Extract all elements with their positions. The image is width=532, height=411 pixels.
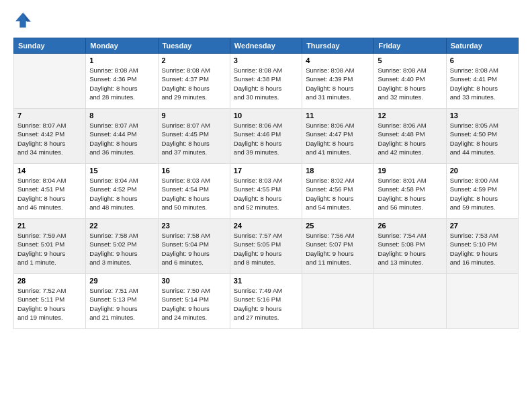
week-row-5: 28Sunrise: 7:52 AMSunset: 5:11 PMDayligh… bbox=[14, 274, 519, 329]
day-info: Sunrise: 7:53 AMSunset: 5:10 PMDaylight:… bbox=[450, 231, 515, 267]
day-number: 20 bbox=[450, 167, 515, 175]
day-number: 23 bbox=[162, 222, 226, 230]
calendar-cell: 24Sunrise: 7:57 AMSunset: 5:05 PMDayligh… bbox=[230, 219, 302, 274]
day-number: 14 bbox=[17, 167, 82, 175]
day-info: Sunrise: 8:08 AMSunset: 4:36 PMDaylight:… bbox=[89, 66, 154, 101]
day-info: Sunrise: 7:52 AMSunset: 5:11 PMDaylight:… bbox=[17, 286, 82, 322]
day-info: Sunrise: 7:49 AMSunset: 5:16 PMDaylight:… bbox=[234, 286, 298, 322]
day-info: Sunrise: 8:08 AMSunset: 4:38 PMDaylight:… bbox=[234, 66, 298, 101]
day-info: Sunrise: 8:06 AMSunset: 4:46 PMDaylight:… bbox=[234, 121, 298, 156]
calendar-cell: 15Sunrise: 8:04 AMSunset: 4:52 PMDayligh… bbox=[86, 164, 158, 219]
day-info: Sunrise: 7:58 AMSunset: 5:04 PMDaylight:… bbox=[162, 231, 226, 267]
calendar-table: SundayMondayTuesdayWednesdayThursdayFrid… bbox=[13, 38, 519, 329]
col-header-thursday: Thursday bbox=[302, 38, 374, 54]
week-row-2: 7Sunrise: 8:07 AMSunset: 4:42 PMDaylight… bbox=[14, 109, 519, 164]
day-info: Sunrise: 8:07 AMSunset: 4:45 PMDaylight:… bbox=[162, 121, 226, 156]
day-number: 4 bbox=[306, 56, 370, 64]
day-info: Sunrise: 8:04 AMSunset: 4:52 PMDaylight:… bbox=[89, 176, 154, 212]
day-number: 21 bbox=[17, 222, 82, 230]
calendar-cell: 5Sunrise: 8:08 AMSunset: 4:40 PMDaylight… bbox=[374, 54, 446, 109]
day-number: 1 bbox=[89, 56, 154, 64]
day-number: 28 bbox=[17, 277, 82, 285]
day-info: Sunrise: 8:08 AMSunset: 4:41 PMDaylight:… bbox=[450, 66, 515, 101]
day-number: 15 bbox=[89, 167, 154, 175]
day-number: 13 bbox=[450, 111, 515, 120]
day-number: 5 bbox=[378, 56, 442, 64]
day-info: Sunrise: 8:02 AMSunset: 4:56 PMDaylight:… bbox=[306, 176, 370, 212]
page: SundayMondayTuesdayWednesdayThursdayFrid… bbox=[0, 0, 532, 337]
logo-icon bbox=[13, 11, 32, 30]
calendar-cell: 16Sunrise: 8:03 AMSunset: 4:54 PMDayligh… bbox=[158, 164, 230, 219]
col-header-sunday: Sunday bbox=[14, 38, 86, 54]
day-info: Sunrise: 8:01 AMSunset: 4:58 PMDaylight:… bbox=[378, 176, 442, 212]
header-row: SundayMondayTuesdayWednesdayThursdayFrid… bbox=[14, 38, 519, 54]
day-info: Sunrise: 8:04 AMSunset: 4:51 PMDaylight:… bbox=[17, 176, 82, 212]
day-number: 26 bbox=[378, 222, 442, 230]
day-number: 24 bbox=[234, 222, 298, 230]
day-number: 29 bbox=[89, 277, 154, 285]
day-info: Sunrise: 7:51 AMSunset: 5:13 PMDaylight:… bbox=[89, 286, 154, 322]
day-number: 25 bbox=[306, 222, 370, 230]
calendar-cell: 18Sunrise: 8:02 AMSunset: 4:56 PMDayligh… bbox=[302, 164, 374, 219]
calendar-cell: 17Sunrise: 8:03 AMSunset: 4:55 PMDayligh… bbox=[230, 164, 302, 219]
calendar-cell: 7Sunrise: 8:07 AMSunset: 4:42 PMDaylight… bbox=[14, 109, 86, 164]
calendar-cell: 27Sunrise: 7:53 AMSunset: 5:10 PMDayligh… bbox=[446, 219, 518, 274]
day-info: Sunrise: 8:08 AMSunset: 4:39 PMDaylight:… bbox=[306, 66, 370, 101]
day-info: Sunrise: 7:58 AMSunset: 5:02 PMDaylight:… bbox=[89, 231, 154, 267]
week-row-3: 14Sunrise: 8:04 AMSunset: 4:51 PMDayligh… bbox=[14, 164, 519, 219]
col-header-saturday: Saturday bbox=[446, 38, 518, 54]
day-number: 27 bbox=[450, 222, 515, 230]
day-number: 3 bbox=[234, 56, 298, 64]
calendar-cell: 14Sunrise: 8:04 AMSunset: 4:51 PMDayligh… bbox=[14, 164, 86, 219]
col-header-friday: Friday bbox=[374, 38, 446, 54]
header bbox=[13, 11, 519, 30]
week-row-1: 1Sunrise: 8:08 AMSunset: 4:36 PMDaylight… bbox=[14, 54, 519, 109]
day-number: 18 bbox=[306, 167, 370, 175]
col-header-tuesday: Tuesday bbox=[158, 38, 230, 54]
day-number: 2 bbox=[162, 56, 226, 64]
calendar-cell: 20Sunrise: 8:00 AMSunset: 4:59 PMDayligh… bbox=[446, 164, 518, 219]
calendar-cell: 3Sunrise: 8:08 AMSunset: 4:38 PMDaylight… bbox=[230, 54, 302, 109]
day-info: Sunrise: 8:06 AMSunset: 4:48 PMDaylight:… bbox=[378, 121, 442, 156]
calendar-cell bbox=[302, 274, 374, 329]
calendar-cell: 2Sunrise: 8:08 AMSunset: 4:37 PMDaylight… bbox=[158, 54, 230, 109]
calendar-cell: 23Sunrise: 7:58 AMSunset: 5:04 PMDayligh… bbox=[158, 219, 230, 274]
calendar-cell: 11Sunrise: 8:06 AMSunset: 4:47 PMDayligh… bbox=[302, 109, 374, 164]
day-info: Sunrise: 8:00 AMSunset: 4:59 PMDaylight:… bbox=[450, 176, 515, 212]
day-info: Sunrise: 8:08 AMSunset: 4:37 PMDaylight:… bbox=[162, 66, 226, 101]
day-number: 31 bbox=[234, 277, 298, 285]
calendar-cell: 8Sunrise: 8:07 AMSunset: 4:44 PMDaylight… bbox=[86, 109, 158, 164]
calendar-cell: 12Sunrise: 8:06 AMSunset: 4:48 PMDayligh… bbox=[374, 109, 446, 164]
week-row-4: 21Sunrise: 7:59 AMSunset: 5:01 PMDayligh… bbox=[14, 219, 519, 274]
day-info: Sunrise: 8:05 AMSunset: 4:50 PMDaylight:… bbox=[450, 121, 515, 156]
day-info: Sunrise: 8:07 AMSunset: 4:42 PMDaylight:… bbox=[17, 121, 82, 156]
calendar-cell: 9Sunrise: 8:07 AMSunset: 4:45 PMDaylight… bbox=[158, 109, 230, 164]
calendar-cell: 28Sunrise: 7:52 AMSunset: 5:11 PMDayligh… bbox=[14, 274, 86, 329]
day-info: Sunrise: 7:50 AMSunset: 5:14 PMDaylight:… bbox=[162, 286, 226, 322]
calendar-cell: 26Sunrise: 7:54 AMSunset: 5:08 PMDayligh… bbox=[374, 219, 446, 274]
day-number: 22 bbox=[89, 222, 154, 230]
calendar-cell: 22Sunrise: 7:58 AMSunset: 5:02 PMDayligh… bbox=[86, 219, 158, 274]
day-number: 8 bbox=[89, 111, 154, 120]
col-header-monday: Monday bbox=[86, 38, 158, 54]
day-info: Sunrise: 8:03 AMSunset: 4:55 PMDaylight:… bbox=[234, 176, 298, 212]
calendar-cell: 29Sunrise: 7:51 AMSunset: 5:13 PMDayligh… bbox=[86, 274, 158, 329]
calendar-cell: 30Sunrise: 7:50 AMSunset: 5:14 PMDayligh… bbox=[158, 274, 230, 329]
day-number: 19 bbox=[378, 167, 442, 175]
day-number: 7 bbox=[17, 111, 82, 120]
calendar-cell: 1Sunrise: 8:08 AMSunset: 4:36 PMDaylight… bbox=[86, 54, 158, 109]
day-info: Sunrise: 7:59 AMSunset: 5:01 PMDaylight:… bbox=[17, 231, 82, 267]
day-number: 6 bbox=[450, 56, 515, 64]
calendar-cell bbox=[446, 274, 518, 329]
calendar-cell: 21Sunrise: 7:59 AMSunset: 5:01 PMDayligh… bbox=[14, 219, 86, 274]
day-info: Sunrise: 7:54 AMSunset: 5:08 PMDaylight:… bbox=[378, 231, 442, 267]
day-number: 9 bbox=[162, 111, 226, 120]
day-number: 17 bbox=[234, 167, 298, 175]
logo bbox=[13, 11, 35, 30]
day-info: Sunrise: 7:57 AMSunset: 5:05 PMDaylight:… bbox=[234, 231, 298, 267]
day-number: 10 bbox=[234, 111, 298, 120]
day-number: 30 bbox=[162, 277, 226, 285]
calendar-cell: 4Sunrise: 8:08 AMSunset: 4:39 PMDaylight… bbox=[302, 54, 374, 109]
calendar-cell: 25Sunrise: 7:56 AMSunset: 5:07 PMDayligh… bbox=[302, 219, 374, 274]
day-info: Sunrise: 8:08 AMSunset: 4:40 PMDaylight:… bbox=[378, 66, 442, 101]
